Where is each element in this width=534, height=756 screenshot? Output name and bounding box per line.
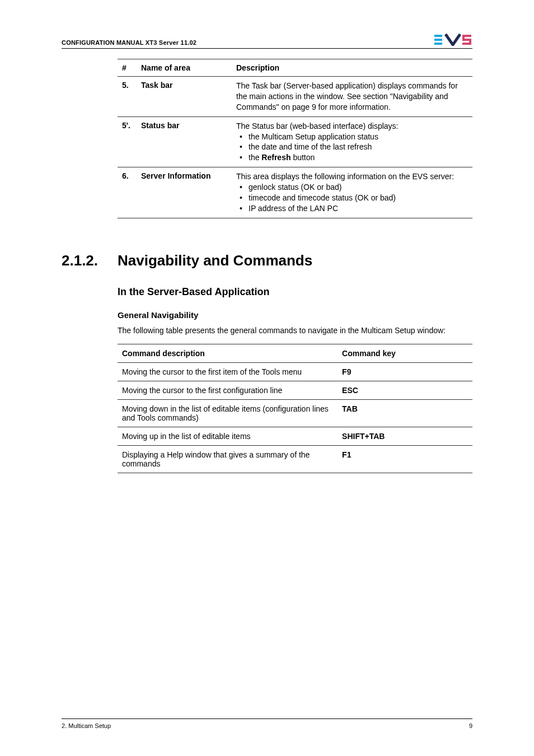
svg-rect-0	[434, 35, 442, 37]
cell-cmd-key: F1	[338, 445, 472, 473]
table-row: Displaying a Help window that gives a su…	[118, 445, 472, 473]
section-number: 2.1.2.	[62, 252, 118, 269]
list-item: the date and time of the last refresh	[236, 142, 468, 152]
section-heading: 2.1.2. Navigability and Commands	[62, 252, 472, 269]
th-desc: Description	[232, 59, 472, 77]
th-cmd-key: Command key	[338, 344, 472, 362]
cell-name: Status bar	[137, 116, 232, 167]
table-row: Moving the cursor to the first configura…	[118, 381, 472, 399]
subsubsection-heading: General Navigability	[118, 310, 472, 320]
list-item: genlock status (OK or bad)	[236, 182, 468, 193]
svg-rect-7	[462, 43, 471, 45]
cell-name: Server Information	[137, 167, 232, 218]
th-cmd-desc: Command description	[118, 344, 338, 362]
footer-section: 2. Multicam Setup	[62, 722, 111, 729]
cell-cmd-key: SHIFT+TAB	[338, 427, 472, 445]
cell-num: 5'.	[118, 116, 137, 167]
cell-desc: The Status bar (web-based interface) dis…	[232, 116, 472, 167]
footer-page-number: 9	[469, 722, 472, 729]
desc-bullets: genlock status (OK or bad) timecode and …	[236, 182, 468, 214]
page-header: CONFIGURATION MANUAL XT3 Server 11.02	[62, 34, 472, 49]
th-num: #	[118, 59, 137, 77]
cell-cmd-desc: Moving the cursor to the first item of t…	[118, 362, 338, 381]
list-item: the Refresh button	[236, 152, 468, 163]
svg-rect-2	[434, 43, 442, 45]
command-table: Command description Command key Moving t…	[118, 344, 472, 473]
cell-desc: The Task bar (Server-based application) …	[232, 77, 472, 117]
desc-text: This area displays the following informa…	[236, 171, 468, 182]
table-row: Moving down in the list of editable item…	[118, 399, 472, 427]
list-item: IP address of the LAN PC	[236, 203, 468, 214]
cell-cmd-key: ESC	[338, 381, 472, 399]
svg-rect-1	[434, 39, 442, 41]
evs-logo	[434, 34, 472, 46]
area-table: # Name of area Description 5. Task bar T…	[118, 59, 472, 218]
header-title: CONFIGURATION MANUAL XT3 Server 11.02	[62, 39, 196, 46]
page-footer: 2. Multicam Setup 9	[62, 718, 472, 729]
list-item: timecode and timecode status (OK or bad)	[236, 193, 468, 203]
cell-cmd-desc: Moving up in the list of editable items	[118, 427, 338, 445]
bold-word: Refresh	[261, 153, 291, 162]
cell-cmd-key: TAB	[338, 399, 472, 427]
list-item: the Multicam Setup application status	[236, 132, 468, 142]
desc-text: The Status bar (web-based interface) dis…	[236, 121, 468, 132]
cell-num: 5.	[118, 77, 137, 117]
desc-bullets: the Multicam Setup application status th…	[236, 132, 468, 164]
cell-name: Task bar	[137, 77, 232, 117]
table-row: 5'. Status bar The Status bar (web-based…	[118, 116, 472, 167]
table-row: 5. Task bar The Task bar (Server-based a…	[118, 77, 472, 117]
intro-paragraph: The following table presents the general…	[118, 325, 472, 336]
th-name: Name of area	[137, 59, 232, 77]
table-row: Moving the cursor to the first item of t…	[118, 362, 472, 381]
cell-cmd-desc: Moving down in the list of editable item…	[118, 399, 338, 427]
desc-text: The Task bar (Server-based application) …	[236, 81, 468, 113]
subsection-heading: In the Server-Based Application	[118, 286, 472, 298]
content-area: # Name of area Description 5. Task bar T…	[118, 59, 472, 218]
content-area-2: In the Server-Based Application General …	[118, 286, 472, 473]
table-row: Moving up in the list of editable items …	[118, 427, 472, 445]
cell-num: 6.	[118, 167, 137, 218]
cell-cmd-desc: Moving the cursor to the first configura…	[118, 381, 338, 399]
cell-cmd-key: F9	[338, 362, 472, 381]
cell-cmd-desc: Displaying a Help window that gives a su…	[118, 445, 338, 473]
cell-desc: This area displays the following informa…	[232, 167, 472, 218]
section-title: Navigability and Commands	[118, 252, 312, 269]
table-row: 6. Server Information This area displays…	[118, 167, 472, 218]
